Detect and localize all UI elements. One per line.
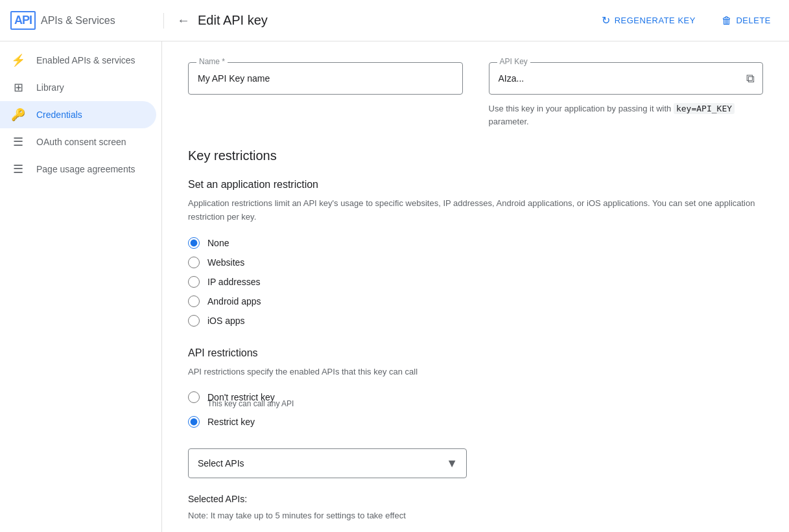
sidebar-item-label: Library (36, 82, 64, 93)
sidebar-item-label: Credentials (36, 110, 82, 120)
api-logo-icon: API (10, 11, 36, 30)
app-logo: API APIs & Services (10, 11, 153, 30)
back-button[interactable]: ← (174, 10, 193, 30)
delete-icon: 🗑 (722, 15, 733, 27)
radio-restrict-input[interactable] (188, 416, 200, 428)
oauth-icon: ☰ (10, 135, 26, 149)
header-right-actions: ↻ REGENERATE KEY 🗑 DELETE (594, 9, 779, 32)
radio-dont-restrict-input[interactable] (188, 391, 200, 403)
api-key-field-wrapper: API Key ⧉ (489, 62, 764, 95)
api-restriction-radio-group: Don't restrict key This key can call any… (188, 391, 763, 428)
api-key-hint-code: key=API_KEY (674, 103, 735, 114)
sidebar-item-label: OAuth consent screen (36, 137, 126, 147)
sidebar-item-label: Enabled APIs & services (36, 55, 135, 65)
sidebar-item-library[interactable]: ⊞ Library (0, 74, 156, 101)
radio-android-label: Android apps (207, 296, 261, 306)
sidebar-item-page-usage[interactable]: ☰ Page usage agreements (0, 156, 156, 183)
regenerate-label: REGENERATE KEY (615, 16, 696, 25)
api-key-hint-suffix: parameter. (489, 117, 529, 126)
api-key-label: API Key (497, 57, 530, 66)
app-restriction-desc: Application restrictions limit an API ke… (188, 197, 763, 224)
app-restriction-title: Set an application restriction (188, 179, 763, 191)
radio-none-label: None (207, 238, 229, 248)
regenerate-key-button[interactable]: ↻ REGENERATE KEY (594, 9, 703, 32)
name-field-group: Name * (188, 62, 463, 128)
radio-ios-label: iOS apps (207, 316, 245, 326)
enabled-apis-icon: ⚡ (10, 53, 26, 67)
radio-ios-input[interactable] (188, 315, 200, 327)
sidebar-item-credentials[interactable]: 🔑 Credentials (0, 101, 156, 128)
top-header: API APIs & Services ← Edit API key ↻ REG… (0, 0, 789, 41)
header-actions: ← Edit API key ↻ REGENERATE KEY 🗑 DELETE (174, 9, 779, 32)
radio-ios-apps[interactable]: iOS apps (188, 315, 763, 327)
select-apis-wrapper: Select APIs ▼ (188, 448, 467, 478)
page-title: Edit API key (198, 13, 268, 28)
radio-none-input[interactable] (188, 237, 200, 249)
radio-ip-label: IP addresses (207, 277, 260, 287)
dont-restrict-wrapper: Don't restrict key This key can call any… (188, 391, 763, 408)
content-area: Name * API Key ⧉ Use this key in your ap… (162, 41, 789, 532)
radio-none[interactable]: None (188, 237, 763, 249)
regenerate-icon: ↻ (602, 14, 611, 27)
app-title: APIs & Services (41, 15, 115, 27)
app-restriction-radio-group: None Websites IP addresses Android apps … (188, 237, 763, 327)
sidebar: ⚡ Enabled APIs & services ⊞ Library 🔑 Cr… (0, 41, 162, 532)
api-restriction-desc: API restrictions specify the enabled API… (188, 365, 763, 379)
select-apis-dropdown[interactable]: Select APIs (188, 448, 467, 478)
dont-restrict-sublabel: This key can call any API (207, 399, 763, 408)
selected-apis-title: Selected APIs: (188, 494, 763, 504)
radio-android-input[interactable] (188, 295, 200, 307)
radio-websites[interactable]: Websites (188, 257, 763, 268)
radio-restrict-key[interactable]: Restrict key (188, 416, 763, 428)
api-key-input[interactable] (489, 63, 739, 94)
radio-websites-label: Websites (207, 257, 244, 268)
sidebar-item-oauth[interactable]: ☰ OAuth consent screen (0, 128, 156, 156)
form-top-row: Name * API Key ⧉ Use this key in your ap… (188, 62, 763, 128)
delete-label: DELETE (736, 16, 771, 25)
settings-note: Note: It may take up to 5 minutes for se… (188, 509, 763, 522)
radio-restrict-label: Restrict key (207, 417, 255, 427)
main-layout: ⚡ Enabled APIs & services ⊞ Library 🔑 Cr… (0, 41, 789, 532)
name-field-wrapper: Name * (188, 62, 463, 95)
sidebar-item-label: Page usage agreements (36, 164, 135, 174)
radio-ip-addresses[interactable]: IP addresses (188, 276, 763, 288)
api-key-field-group: API Key ⧉ Use this key in your applicati… (489, 62, 764, 128)
name-field-label: Name * (196, 57, 228, 66)
radio-ip-input[interactable] (188, 276, 200, 288)
api-key-hint-text: Use this key in your application by pass… (489, 104, 672, 113)
library-icon: ⊞ (10, 80, 26, 95)
radio-android-apps[interactable]: Android apps (188, 295, 763, 307)
credentials-icon: 🔑 (10, 108, 26, 122)
api-key-hint: Use this key in your application by pass… (489, 102, 764, 128)
radio-websites-input[interactable] (188, 257, 200, 268)
header-divider (163, 13, 164, 29)
copy-api-key-button[interactable]: ⧉ (738, 67, 762, 91)
key-restrictions-title: Key restrictions (188, 148, 763, 163)
delete-button[interactable]: 🗑 DELETE (714, 10, 779, 32)
sidebar-item-enabled-apis[interactable]: ⚡ Enabled APIs & services (0, 47, 156, 74)
page-usage-icon: ☰ (10, 162, 26, 176)
name-input[interactable] (189, 63, 462, 94)
api-restriction-title: API restrictions (188, 347, 763, 359)
